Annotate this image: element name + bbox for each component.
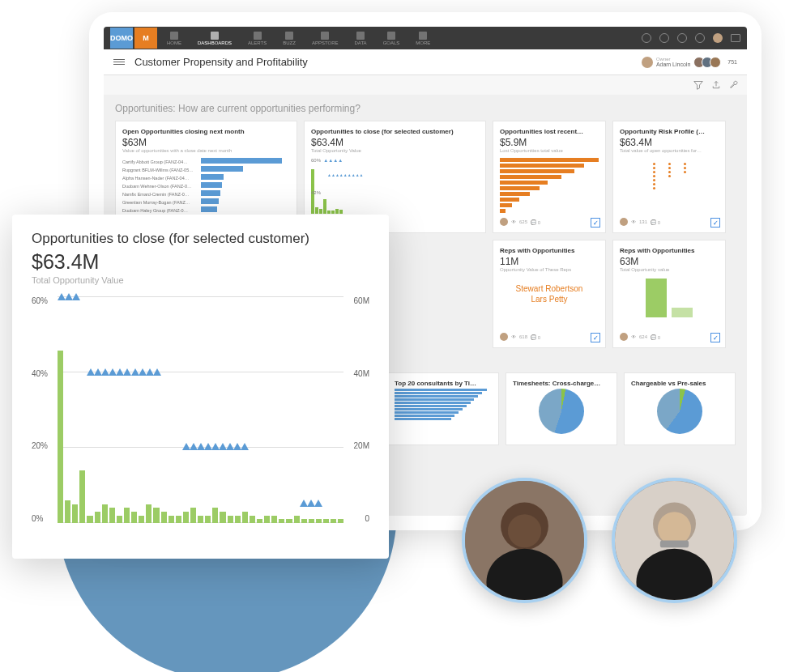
nav-dashboards[interactable]: DASHBOARDS (190, 32, 240, 45)
svg-rect-8 (660, 541, 689, 548)
card-reps-2[interactable]: Reps with Opportunities 63M Total Opport… (612, 240, 726, 348)
svg-point-7 (658, 512, 691, 545)
nav-more[interactable]: MORE (407, 32, 438, 45)
nav-alerts[interactable]: ALERTS (240, 32, 275, 45)
card-timesheets[interactable]: Timesheets: Cross-charge… (506, 372, 617, 445)
add-icon[interactable] (659, 33, 669, 43)
apps-icon[interactable] (731, 34, 740, 42)
share-icon[interactable] (711, 80, 721, 90)
card-top20b[interactable]: Top 20 consultants by Ti… (387, 372, 499, 445)
person-avatar-1 (462, 478, 587, 603)
nav-data[interactable]: DATA (347, 32, 375, 45)
card-chargeable[interactable]: Chargeable vs Pre-sales (624, 372, 736, 445)
card-opps-lost[interactable]: Opportunities lost recent… $5.9M Lost Op… (493, 121, 606, 233)
page-header: Customer Propensity and Profitability Ow… (104, 49, 747, 75)
owner-info[interactable]: OwnerAdam Lincoln (642, 57, 690, 68)
page-title: Customer Propensity and Profitability (134, 56, 308, 68)
notification-icon[interactable] (695, 33, 705, 43)
domo-logo[interactable]: DOMO (110, 28, 133, 49)
verified-icon: ✓ (710, 333, 720, 342)
m-logo[interactable]: M (134, 28, 157, 49)
follower-avatars[interactable] (697, 57, 721, 68)
wrench-icon[interactable] (729, 80, 739, 90)
nav-appstore[interactable]: APPSTORE (304, 32, 347, 45)
search-icon[interactable] (642, 33, 651, 43)
card-reps-1[interactable]: Reps with Opportunities 11M Opportunity … (493, 240, 606, 348)
nav-goals[interactable]: GOALS (375, 32, 408, 45)
verified-icon: ✓ (710, 218, 720, 228)
person-avatar-2 (612, 478, 737, 603)
chart-title: Opportunities to close (for selected cus… (32, 231, 369, 247)
svg-point-3 (508, 514, 541, 547)
follower-count: 751 (727, 59, 737, 65)
chart-subtitle: Total Opportunity Value (32, 275, 369, 285)
floating-chart-card: Opportunities to close (for selected cus… (12, 215, 389, 559)
chart-value: $63.4M (32, 250, 369, 274)
section-title-1: Opportunities: How are current opportuni… (115, 103, 736, 114)
filter-icon[interactable] (693, 80, 703, 90)
verified-icon: ✓ (591, 218, 600, 228)
top-nav: DOMO M HOMEDASHBOARDSALERTSBUZZAPPSTORED… (104, 27, 747, 49)
user-avatar[interactable] (713, 33, 723, 43)
card-risk-profile[interactable]: Opportunity Risk Profile (… $63.4M Total… (612, 121, 726, 233)
menu-icon[interactable] (113, 59, 125, 65)
owner-avatar (642, 57, 653, 68)
nav-buzz[interactable]: BUZZ (275, 32, 304, 45)
help-icon[interactable] (677, 33, 687, 43)
chart-plot: 60%40%20%0% 60M40M20M0 (32, 296, 369, 539)
filter-bar (104, 75, 747, 95)
verified-icon: ✓ (591, 333, 600, 342)
nav-home[interactable]: HOME (159, 32, 190, 45)
